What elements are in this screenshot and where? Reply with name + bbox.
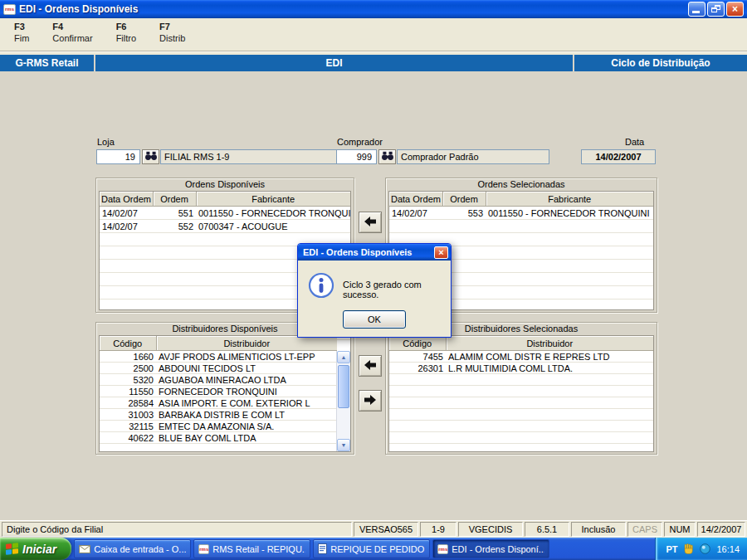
rms-icon: rms — [198, 544, 209, 554]
table-row[interactable]: 32115EMTEC DA AMAZONIA S/A. — [100, 421, 337, 432]
comprador-name-field: Comprador Padrão — [397, 149, 549, 164]
table-row[interactable]: 11550FORNECEDOR TRONQUINI — [100, 386, 337, 397]
group-title: Ordens Disponíveis — [96, 178, 354, 191]
toolbar-f4-confirmar[interactable]: F4 Confirmar — [50, 21, 95, 52]
comprador-label: Comprador — [337, 137, 383, 147]
status-versao: VERSAO565 — [354, 522, 418, 537]
f7-label: Distrib — [159, 33, 185, 43]
screen: rms EDI - Ordens Disponíveis × F3 Fim F4… — [0, 0, 747, 560]
task-repique-de-pedido[interactable]: REPIQUE DE PEDIDO... — [313, 539, 430, 558]
col-data-ordem[interactable]: Data Ordem — [389, 192, 442, 207]
task-rms-retail[interactable]: rms RMS Retail - REPIQU... — [193, 539, 310, 558]
distribuidores-disponiveis-table: Código Distribuidor 1660AVJF PRODS ALIME… — [99, 335, 351, 452]
table-row[interactable]: 14/02/075520700347 - ACOUGUE — [100, 220, 350, 233]
table-row[interactable]: 40622BLUE BAY COML LTDA — [100, 432, 337, 444]
dialog-message: Ciclo 3 gerado com sucesso. — [343, 280, 442, 299]
f7-key: F7 — [159, 22, 170, 32]
move-order-left-button[interactable] — [359, 212, 382, 233]
toolbar-f6-filtro[interactable]: F6 Filtro — [114, 21, 139, 52]
table-row[interactable]: 5320AGUABOA MINERACAO LTDA — [100, 374, 337, 386]
app-icon: rms — [3, 4, 16, 15]
col-distribuidor[interactable]: Distribuidor — [156, 336, 337, 351]
status-num: NUM — [664, 522, 696, 537]
data-label: Data — [625, 137, 644, 147]
taskbar: Iniciar Caixa de entrada - O... rms RMS … — [0, 538, 747, 560]
table-row[interactable]: 7455ALAMIM COML DISTR E REPRES LTD — [389, 351, 653, 363]
message-dialog: EDI - Ordens Disponíveis × Ciclo 3 gerad… — [297, 243, 452, 338]
toolbar-f3-fim[interactable]: F3 Fim — [12, 21, 32, 52]
col-ordem[interactable]: Ordem — [442, 192, 486, 207]
header-context: Ciclo de Distribuição — [574, 55, 747, 71]
table-row[interactable]: 14/02/075510011550 - FORNECEDOR TRONQUIN… — [100, 207, 350, 220]
col-codigo[interactable]: Código — [389, 336, 446, 351]
move-distribuidor-right-button[interactable] — [359, 390, 382, 411]
f3-label: Fim — [14, 33, 29, 43]
info-icon — [308, 272, 334, 300]
table-row[interactable]: 2500ABDOUNI TECIDOS LT — [100, 363, 337, 374]
distribuidores-scrollbar[interactable]: ▲ ▼ — [336, 351, 350, 451]
f4-label: Confirmar — [52, 33, 92, 43]
language-indicator[interactable]: PT — [666, 544, 677, 554]
restore-button[interactable] — [707, 2, 725, 17]
clock[interactable]: 16:14 — [716, 544, 740, 554]
loja-code-input[interactable] — [96, 149, 140, 164]
task-edi-ordens-disponiveis[interactable]: rms EDI - Ordens Disponí... — [432, 539, 549, 558]
arrow-left-icon — [364, 359, 377, 373]
task-label: REPIQUE DE PEDIDO... — [330, 544, 425, 554]
col-ordem[interactable]: Ordem — [153, 192, 196, 207]
f6-key: F6 — [116, 22, 127, 32]
dialog-title: EDI - Ordens Disponíveis — [303, 247, 434, 257]
close-button[interactable]: × — [726, 2, 744, 17]
scrollbar-track[interactable] — [337, 363, 350, 439]
arrow-right-icon — [364, 394, 377, 408]
col-distribuidor[interactable]: Distribuidor — [446, 336, 653, 351]
minimize-button[interactable] — [688, 2, 706, 17]
ok-button[interactable]: OK — [343, 310, 406, 329]
scrollbar-thumb[interactable] — [338, 365, 349, 408]
table-row[interactable]: 26301L.R MULTIMIDIA COML LTDA. — [389, 363, 653, 374]
dialog-titlebar[interactable]: EDI - Ordens Disponíveis × — [298, 244, 451, 261]
status-message: Digite o Código da Filial — [2, 522, 352, 537]
group-distribuidores-disponiveis: Distribuidores Disponíveis Código Distri… — [95, 322, 354, 455]
col-codigo[interactable]: Código — [100, 336, 156, 351]
rms-icon: rms — [437, 544, 448, 554]
toolbar-f7-distrib[interactable]: F7 Distrib — [157, 21, 188, 52]
group-distribuidores-selecionadas: Distribuidores Selecionadas Código Distr… — [385, 322, 657, 455]
status-versao-num: 6.5.1 — [525, 522, 569, 537]
ordens-disponiveis-rows: 14/02/075510011550 - FORNECEDOR TRONQUIN… — [100, 207, 350, 233]
col-fabricante[interactable]: Fabricante — [486, 192, 653, 207]
function-toolbar: F3 Fim F4 Confirmar F6 Filtro F7 Distrib — [0, 18, 747, 55]
table-row[interactable]: 28584ASIA IMPORT. E COM. EXTERIOR L — [100, 397, 337, 409]
status-bar: Digite o Código da Filial VERSAO565 1-9 … — [0, 520, 747, 538]
mail-icon — [79, 545, 90, 553]
start-button[interactable]: Iniciar — [0, 538, 71, 560]
dialog-body: Ciclo 3 gerado com sucesso. — [298, 261, 451, 304]
move-distribuidor-left-button[interactable] — [359, 355, 382, 377]
data-field: 14/02/2007 — [581, 149, 656, 164]
status-date: 14/2/2007 — [697, 522, 745, 537]
col-fabricante[interactable]: Fabricante — [196, 192, 350, 207]
col-data-ordem[interactable]: Data Ordem — [100, 192, 153, 207]
distribuidores-selecionadas-table: Código Distribuidor 7455ALAMIM COML DIST… — [388, 335, 654, 452]
toolbar-separator — [0, 51, 747, 52]
task-label: Caixa de entrada - O... — [94, 544, 186, 554]
arrow-left-icon — [364, 216, 377, 230]
table-row[interactable]: 31003BARBAKA DISTRIB E COM LT — [100, 409, 337, 421]
loja-search-button[interactable] — [142, 149, 159, 164]
dialog-close-button[interactable]: × — [434, 246, 448, 259]
comprador-search-button[interactable] — [378, 149, 396, 164]
comprador-code-input[interactable] — [336, 149, 377, 164]
scroll-up-button[interactable]: ▲ — [337, 351, 350, 363]
table-row[interactable]: 1660AVJF PRODS ALIMENTICIOS LT-EPP — [100, 351, 337, 363]
windows-logo-icon — [6, 543, 18, 555]
binoculars-icon — [381, 151, 394, 163]
table-row[interactable]: 14/02/075530011550 - FORNECEDOR TRONQUIN… — [389, 207, 653, 220]
tray-hand-icon[interactable] — [683, 543, 694, 554]
system-tray: PT 16:14 — [655, 538, 747, 560]
task-caixa-de-entrada[interactable]: Caixa de entrada - O... — [74, 539, 191, 558]
tray-status-icon[interactable] — [700, 543, 710, 554]
distribuidores-selecionadas-rows: 7455ALAMIM COML DISTR E REPRES LTD26301L… — [389, 351, 653, 374]
status-programa: VGECIDIS — [458, 522, 523, 537]
task-label: EDI - Ordens Disponí... — [452, 544, 544, 554]
scroll-down-button[interactable]: ▼ — [337, 439, 350, 451]
